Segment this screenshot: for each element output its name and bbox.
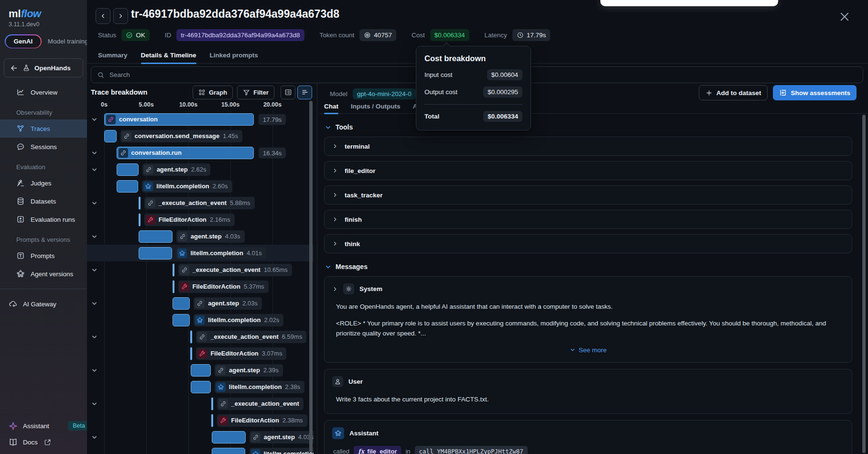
tool-card-task_tracker[interactable]: task_tracker: [324, 185, 852, 205]
span-tick[interactable]: [173, 263, 174, 276]
trace-panel-scrollbar[interactable]: [309, 101, 313, 453]
sidebar-item-ai-gateway[interactable]: AI Gateway: [0, 295, 87, 313]
span-bar[interactable]: [117, 180, 139, 193]
trace-span-row[interactable]: agent.step4.03s: [87, 429, 314, 445]
chevron-right-icon[interactable]: [332, 286, 338, 292]
trace-span-row[interactable]: litellm.completion4.01s: [87, 245, 314, 261]
sidebar-item-evaluation-runs[interactable]: Evaluation runs: [0, 210, 87, 228]
tool-card-finish[interactable]: finish: [324, 210, 852, 229]
chevron-down-icon[interactable]: [91, 116, 98, 122]
next-trace-button[interactable]: [113, 8, 128, 24]
span-label-chip[interactable]: FileEditorAction2.16ms: [144, 214, 235, 226]
trace-span-row[interactable]: _execute_action_event6.59ms: [87, 328, 314, 345]
tab-details-timeline[interactable]: Details & Timeline: [141, 47, 196, 63]
sidebar-item-datasets[interactable]: Datasets: [0, 192, 87, 210]
span-bar[interactable]: conversation.run: [117, 147, 254, 159]
span-label-chip[interactable]: FileEditorAction3.07ms: [196, 347, 286, 360]
timeline-view-toggle[interactable]: [297, 86, 312, 99]
span-label-chip[interactable]: litellm.completion4.01s: [250, 448, 314, 454]
span-label-chip[interactable]: litellm.completion2.60s: [142, 180, 232, 193]
span-label-chip[interactable]: litellm.completion2.02s: [194, 314, 283, 326]
span-bar[interactable]: [117, 163, 139, 176]
trace-span-row[interactable]: conversation17.79s: [87, 111, 314, 128]
span-bar[interactable]: [212, 431, 246, 443]
trace-id-badge[interactable]: tr-46917bdba92dda376af94a99a4a673d8: [176, 29, 304, 41]
trace-span-row[interactable]: agent.step2.62s: [87, 161, 314, 178]
span-bar[interactable]: conversation: [104, 113, 254, 126]
span-label-chip[interactable]: agent.step4.03s: [176, 230, 245, 243]
span-label-chip[interactable]: _execute_action_event10.65ms: [178, 264, 292, 276]
chevron-down-icon[interactable]: [91, 400, 98, 407]
trace-span-row[interactable]: agent.step4.03s: [87, 228, 314, 245]
span-tick[interactable]: [190, 347, 192, 360]
chevron-down-icon[interactable]: [91, 166, 98, 173]
trace-span-row[interactable]: agent.step2.03s: [87, 295, 314, 312]
span-bar[interactable]: [191, 381, 211, 393]
span-bar[interactable]: [191, 364, 211, 377]
chevron-down-icon[interactable]: [91, 267, 98, 273]
tool-badge[interactable]: ƒx file_editor: [354, 446, 401, 454]
span-tick[interactable]: [190, 330, 192, 343]
show-assessments-button[interactable]: Show assessments: [773, 85, 857, 100]
trace-span-row[interactable]: litellm.completion4.01s: [87, 445, 314, 454]
cost-badge[interactable]: $0.006334: [430, 29, 469, 41]
graph-button[interactable]: Graph: [193, 86, 233, 99]
detail-view-toggle[interactable]: [281, 86, 295, 99]
span-tick[interactable]: [139, 196, 141, 209]
trace-span-row[interactable]: FileEditorAction2.38ms: [87, 412, 314, 429]
sidebar-item-traces[interactable]: Traces: [0, 119, 87, 138]
span-bar[interactable]: [173, 314, 190, 326]
tab-genai[interactable]: GenAI: [5, 34, 42, 48]
trace-span-row[interactable]: litellm.completion2.02s: [87, 312, 314, 328]
workspace-selector[interactable]: OpenHands: [4, 58, 83, 77]
trace-span-row[interactable]: FileEditorAction3.07ms: [87, 345, 314, 362]
chevron-down-icon[interactable]: [91, 434, 98, 440]
span-label-chip[interactable]: litellm.completion2.38s: [215, 381, 304, 393]
chevron-down-icon[interactable]: [91, 200, 98, 206]
span-tick[interactable]: [211, 414, 213, 427]
span-label-chip[interactable]: litellm.completion4.01s: [176, 247, 266, 259]
span-label-chip[interactable]: _execute_action_event6.59ms: [196, 331, 306, 343]
trace-span-row[interactable]: FileEditorAction5.37ms: [87, 278, 314, 295]
span-label-chip[interactable]: FileEditorAction2.38ms: [217, 414, 307, 427]
span-tick[interactable]: [139, 213, 141, 226]
tab-chat[interactable]: Chat: [324, 99, 338, 113]
tab-summary[interactable]: Summary: [98, 47, 128, 63]
model-badge[interactable]: gpt-4o-mini-2024-0: [353, 88, 416, 99]
trace-span-row[interactable]: FileEditorAction2.16ms: [87, 211, 314, 228]
span-label-chip[interactable]: agent.step2.62s: [142, 163, 211, 176]
trace-span-row[interactable]: conversation.send_message1.45s: [87, 128, 314, 144]
sidebar-item-docs[interactable]: Docs: [0, 434, 87, 450]
tool-card-think[interactable]: think: [324, 234, 852, 253]
tool-card-file_editor[interactable]: file_editor: [324, 161, 852, 180]
span-label-chip[interactable]: _execute_action_event: [217, 398, 304, 410]
span-tick[interactable]: [211, 397, 213, 410]
span-label-chip[interactable]: FileEditorAction5.37ms: [178, 281, 269, 293]
span-tick[interactable]: [173, 280, 174, 293]
span-bar[interactable]: [139, 247, 173, 259]
call-id-badge[interactable]: call_YM4BPBXx1HPLZypPJHttZw87: [415, 446, 528, 454]
tab-linked-prompts[interactable]: Linked prompts: [210, 47, 258, 63]
detail-panel-scrollbar[interactable]: [862, 115, 866, 453]
trace-span-row[interactable]: _execute_action_event5.88ms: [87, 195, 314, 211]
span-bar[interactable]: [104, 130, 117, 142]
sidebar-item-assistant[interactable]: Assistant Beta: [0, 418, 87, 434]
previous-trace-button[interactable]: [96, 8, 110, 24]
span-bar[interactable]: [173, 297, 190, 310]
span-label-chip[interactable]: agent.step2.39s: [215, 364, 283, 377]
span-label-chip[interactable]: agent.step2.03s: [194, 297, 262, 310]
span-label-chip[interactable]: conversation.send_message1.45s: [120, 130, 243, 142]
trace-span-row[interactable]: conversation.run16.34s: [87, 144, 314, 161]
sidebar-item-sessions[interactable]: Sessions: [0, 138, 87, 156]
tab-inputs-outputs[interactable]: Inputs / Outputs: [351, 99, 401, 113]
tool-card-terminal[interactable]: terminal: [324, 137, 852, 156]
back-arrow-icon[interactable]: [10, 64, 18, 72]
messages-section-toggle[interactable]: Messages: [325, 263, 852, 270]
trace-span-row[interactable]: litellm.completion2.60s: [87, 178, 314, 195]
span-label-chip[interactable]: _execute_action_event5.88ms: [144, 197, 255, 209]
chevron-down-icon[interactable]: [91, 233, 98, 239]
tools-section-toggle[interactable]: Tools: [325, 123, 852, 131]
trace-span-row[interactable]: _execute_action_event: [87, 395, 314, 412]
sidebar-item-overview[interactable]: Overview: [0, 83, 87, 101]
sidebar-item-judges[interactable]: Judges: [0, 174, 87, 192]
